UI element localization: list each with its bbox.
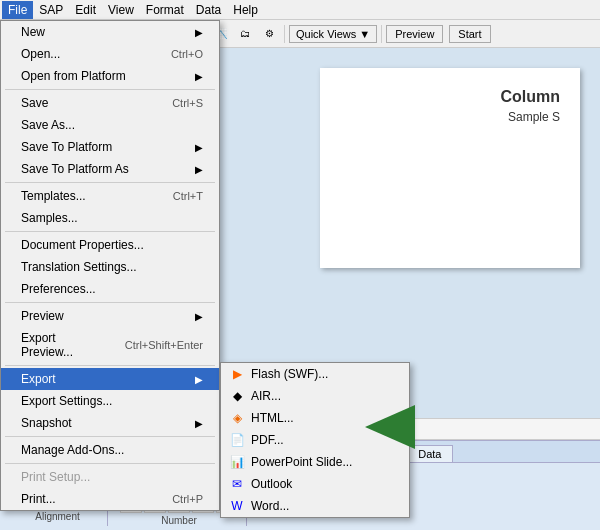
submenu-arrow-icon-5: ▶: [195, 311, 203, 322]
submenu-arrow-icon-2: ▶: [195, 71, 203, 82]
menu-item-save-as[interactable]: Save As...: [1, 114, 219, 136]
submenu-arrow-icon-3: ▶: [195, 142, 203, 153]
menu-item-save-platform[interactable]: Save To Platform ▶: [1, 136, 219, 158]
file-menu: New ▶ Open... Ctrl+O Open from Platform …: [0, 20, 220, 511]
submenu-arrow-icon-4: ▶: [195, 164, 203, 175]
html-icon: ◈: [229, 410, 245, 426]
menu-sep-3: [5, 231, 215, 232]
menu-item-samples[interactable]: Samples...: [1, 207, 219, 229]
menu-item-trans-settings[interactable]: Translation Settings...: [1, 256, 219, 278]
menu-item-new[interactable]: New ▶: [1, 21, 219, 43]
menu-sep-1: [5, 89, 215, 90]
submenu-arrow-icon-7: ▶: [195, 418, 203, 429]
export-outlook[interactable]: ✉ Outlook: [221, 473, 409, 495]
menu-item-save-platform-as[interactable]: Save To Platform As ▶: [1, 158, 219, 180]
menu-item-open-platform[interactable]: Open from Platform ▶: [1, 65, 219, 87]
menu-item-save[interactable]: Save Ctrl+S: [1, 92, 219, 114]
menu-item-print-setup: Print Setup...: [1, 466, 219, 488]
menu-item-snapshot[interactable]: Snapshot ▶: [1, 412, 219, 434]
menu-item-manage-addons[interactable]: Manage Add-Ons...: [1, 439, 219, 461]
menu-item-templates[interactable]: Templates... Ctrl+T: [1, 185, 219, 207]
menu-item-export-settings[interactable]: Export Settings...: [1, 390, 219, 412]
menu-item-preview[interactable]: Preview ▶: [1, 305, 219, 327]
arrow-pointer: [365, 405, 415, 449]
menu-sep-5: [5, 365, 215, 366]
export-ppt[interactable]: 📊 PowerPoint Slide...: [221, 451, 409, 473]
word-icon: W: [229, 498, 245, 514]
menu-sep-6: [5, 436, 215, 437]
menu-sep-7: [5, 463, 215, 464]
export-flash[interactable]: ▶ Flash (SWF)...: [221, 363, 409, 385]
flash-icon: ▶: [229, 366, 245, 382]
menu-sep-2: [5, 182, 215, 183]
menu-item-preferences[interactable]: Preferences...: [1, 278, 219, 300]
submenu-arrow-icon-6: ▶: [195, 374, 203, 385]
submenu-arrow-icon: ▶: [195, 27, 203, 38]
menu-item-open[interactable]: Open... Ctrl+O: [1, 43, 219, 65]
export-air[interactable]: ◆ AIR...: [221, 385, 409, 407]
arrow-shape: [365, 405, 415, 449]
export-word[interactable]: W Word...: [221, 495, 409, 517]
ppt-icon: 📊: [229, 454, 245, 470]
menu-item-print[interactable]: Print... Ctrl+P: [1, 488, 219, 510]
pdf-icon: 📄: [229, 432, 245, 448]
menu-item-export[interactable]: Export ▶: [1, 368, 219, 390]
outlook-icon: ✉: [229, 476, 245, 492]
menu-item-doc-props[interactable]: Document Properties...: [1, 234, 219, 256]
dropdown-overlay: New ▶ Open... Ctrl+O Open from Platform …: [0, 0, 600, 530]
menu-sep-4: [5, 302, 215, 303]
air-icon: ◆: [229, 388, 245, 404]
menu-item-export-preview[interactable]: Export Preview... Ctrl+Shift+Enter: [1, 327, 219, 363]
